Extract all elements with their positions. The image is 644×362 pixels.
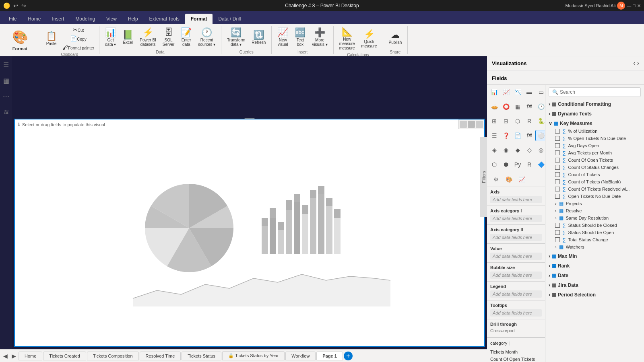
viz-pie-icon[interactable]: 🥧 xyxy=(489,101,500,112)
viz-gauge-icon[interactable]: 🕐 xyxy=(535,101,545,112)
refresh-btn[interactable]: 🔃Refresh xyxy=(249,29,268,46)
viz-donut-icon[interactable]: ⭕ xyxy=(500,101,512,112)
checkbox-open-no-due[interactable] xyxy=(555,194,560,199)
max-min-header[interactable]: › ▦ Max Min xyxy=(545,252,644,260)
minimize-btn[interactable]: — xyxy=(627,3,631,8)
field-open-no-due[interactable]: ∑ Open Tickets No Due Date xyxy=(545,193,644,200)
tab-tickets-status[interactable]: Tickets Status xyxy=(182,352,221,360)
tab-external-tools[interactable]: External Tools xyxy=(144,14,185,24)
publish-btn[interactable]: ☁Publish xyxy=(386,29,405,46)
checkbox-count-status[interactable] xyxy=(555,165,560,170)
filters-sidebar-tab[interactable]: Filters xyxy=(480,137,487,217)
axis-add-field[interactable]: Add data fields here xyxy=(490,196,542,203)
tab-insert[interactable]: Insert xyxy=(46,14,70,24)
viz-extra1-icon[interactable]: ⬡ xyxy=(489,159,500,170)
redo-btn[interactable]: ↪ xyxy=(21,2,26,9)
viz-multi-row-icon[interactable]: ☰ xyxy=(489,130,500,141)
sql-server-btn[interactable]: 🗄SQLServer xyxy=(160,27,177,48)
maximize-btn[interactable]: □ xyxy=(633,3,636,8)
viz-r-icon[interactable]: R xyxy=(524,115,535,127)
viz-extra4-icon[interactable]: R xyxy=(524,159,535,170)
checkbox-count-open[interactable] xyxy=(555,158,560,162)
tab-modeling[interactable]: Modeling xyxy=(70,14,101,24)
viz-matrix-icon[interactable]: ⊟ xyxy=(500,115,512,127)
field-avg-tickets-month[interactable]: ∑ Avg Tickets per Month xyxy=(545,149,644,156)
viz-bar-chart-icon[interactable]: 📊 xyxy=(489,86,500,98)
tab-data-drill[interactable]: Data / Drill xyxy=(213,14,246,24)
legend-add-field[interactable]: Add data fields here xyxy=(490,290,542,298)
paste-btn[interactable]: 📋 Paste xyxy=(43,30,59,47)
viz-azure-map-icon[interactable]: 🗺 xyxy=(524,130,535,141)
tab-tickets-composition[interactable]: Tickets Composition xyxy=(87,352,139,360)
viz-map-icon[interactable]: 🗺 xyxy=(524,101,535,112)
tab-tickets-created[interactable]: Tickets Created xyxy=(43,352,86,360)
checkbox-count-noblank[interactable] xyxy=(555,179,560,184)
checkbox-total-status[interactable] xyxy=(555,237,560,242)
field-avg-days-open[interactable]: ∑ Avg Days Open xyxy=(545,142,644,149)
visual-ctrl-2[interactable] xyxy=(468,121,475,128)
tab-page-1[interactable]: Page 1 xyxy=(316,352,343,360)
cut-btn[interactable]: ✂Cut xyxy=(61,26,96,34)
transform-data-btn[interactable]: 🔄Transformdata ▾ xyxy=(225,27,248,48)
copy-btn[interactable]: 📄Copy xyxy=(61,35,96,43)
viz-paginated-icon[interactable]: 📄 xyxy=(512,130,523,141)
powerbi-datasets-btn[interactable]: ⚡Power BIdatasets xyxy=(137,27,159,48)
field-count-resolved[interactable]: ∑ Count Of Tickets Resolved wi... xyxy=(545,185,644,193)
visual-ctrl-3[interactable] xyxy=(476,121,483,128)
field-count-tickets-noblank[interactable]: ∑ Count of Tickets (NoBlank) xyxy=(545,178,644,185)
tab-workflow[interactable]: Workflow xyxy=(285,352,316,360)
fields-search-box[interactable]: 🔍 xyxy=(549,87,641,97)
date-header[interactable]: › ▦ Date xyxy=(545,272,644,280)
period-selection-header[interactable]: › ▦ Period Selection xyxy=(545,291,644,299)
excel-btn[interactable]: 📗Excel xyxy=(120,29,136,46)
field-status-open[interactable]: ∑ Status Should be Open xyxy=(545,229,644,236)
tab-tickets-status-year[interactable]: 🔒 Tickets Status by Year xyxy=(222,351,285,360)
tab-format[interactable]: Format xyxy=(185,14,213,24)
viz-bubble-icon[interactable]: ⚪ xyxy=(535,130,545,141)
axis-cat-1-add-field[interactable]: Add data fields here xyxy=(490,215,542,222)
checkbox-status-closed[interactable] xyxy=(555,223,560,228)
viz-extra3-icon[interactable]: Py xyxy=(512,159,523,170)
sidebar-icon-model[interactable]: ⋯ xyxy=(1,91,11,102)
quick-measure-btn[interactable]: ⚡Quickmeasure xyxy=(359,28,380,50)
dynamic-texts-header[interactable]: › ▦ Dynamic Texts xyxy=(545,110,644,118)
viz-extra2-icon[interactable]: ⬢ xyxy=(500,159,512,170)
text-box-btn[interactable]: 🔤Textbox xyxy=(292,27,308,48)
viz-custom2-icon[interactable]: ◉ xyxy=(500,144,512,156)
viz-custom5-icon[interactable]: ◎ xyxy=(535,144,545,156)
viz-funnel-icon[interactable]: ⬡ xyxy=(512,115,523,127)
viz-extra5-icon[interactable]: 🔷 xyxy=(535,159,545,170)
viz-area-chart-icon[interactable]: 📉 xyxy=(512,86,523,98)
get-data-btn[interactable]: 📊Getdata ▾ xyxy=(103,27,118,48)
viz-table-icon[interactable]: ⊞ xyxy=(489,115,500,127)
jira-data-header[interactable]: › ▦ Jira Data xyxy=(545,281,644,289)
field-same-day-res[interactable]: › ▦ Same Day Resolution xyxy=(545,214,644,222)
field-pct-open-no-due[interactable]: ∑ % Open Tickets No Due Date xyxy=(545,135,644,142)
tab-home[interactable]: Home xyxy=(22,14,46,24)
field-total-status-change[interactable]: ∑ Total Status Change xyxy=(545,236,644,243)
build-tab[interactable]: ⚙ xyxy=(490,174,502,185)
enter-data-btn[interactable]: 📝Enterdata xyxy=(178,27,194,48)
viz-custom4-icon[interactable]: ◇ xyxy=(524,144,535,156)
viz-line-chart-icon[interactable]: 📈 xyxy=(500,86,512,98)
undo-btn[interactable]: ↩ xyxy=(13,2,18,9)
add-page-btn[interactable]: + xyxy=(344,352,353,360)
field-count-open-tickets[interactable]: ∑ Count Of Open Tickets xyxy=(545,156,644,164)
bubble-size-add-field[interactable]: Add data fields here xyxy=(490,272,542,279)
new-visual-btn[interactable]: 📈Newvisual xyxy=(275,27,291,48)
sidebar-icon-report[interactable]: ☰ xyxy=(2,60,10,70)
viz-custom3-icon[interactable]: ◆ xyxy=(512,144,523,156)
checkbox-count-resolved[interactable] xyxy=(555,187,560,191)
rank-header[interactable]: › ▦ Rank xyxy=(545,262,644,270)
field-pct-utilization[interactable]: ∑ % of Utilization xyxy=(545,128,644,135)
field-status-closed[interactable]: ∑ Status Should be Closed xyxy=(545,222,644,229)
viz-custom1-icon[interactable]: ◈ xyxy=(489,144,500,156)
visual-container[interactable]: ℹ Select or drag fields to populate this… xyxy=(14,119,485,347)
format-tab[interactable]: 🎨 xyxy=(503,174,514,185)
tab-view[interactable]: View xyxy=(101,14,122,24)
fields-search-input[interactable] xyxy=(560,89,637,95)
key-measures-header[interactable]: ∨ ▦ Key Measures xyxy=(545,119,644,128)
sidebar-icon-dax[interactable]: ≋ xyxy=(2,107,10,117)
viz-stacked-col-icon[interactable]: ▭ xyxy=(535,86,545,98)
viz-py-icon[interactable]: 🐍 xyxy=(535,115,545,127)
